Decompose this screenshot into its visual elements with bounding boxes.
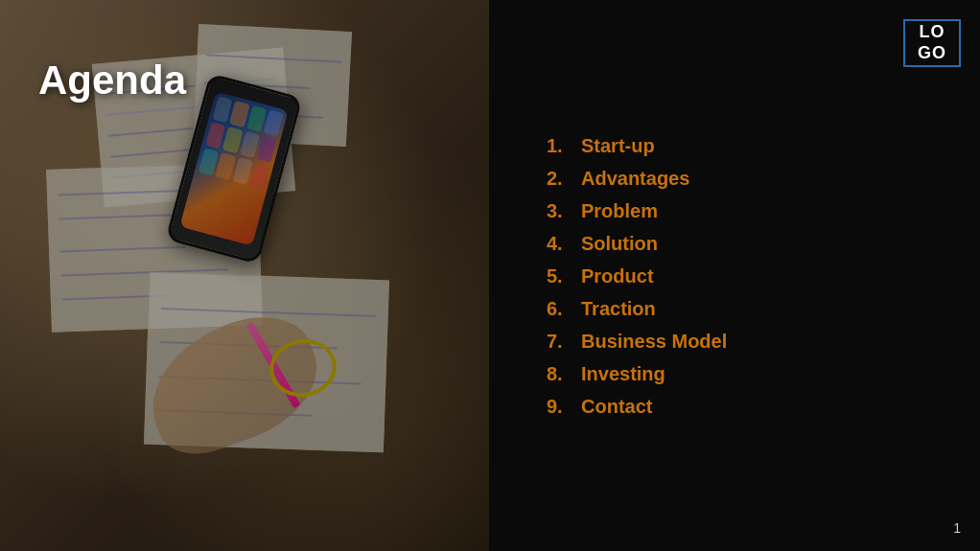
agenda-item: 8.Investing bbox=[547, 359, 922, 388]
agenda-item: 1.Start-up bbox=[547, 131, 922, 160]
agenda-item: 9.Contact bbox=[547, 392, 922, 421]
agenda-item-label: Contact bbox=[581, 392, 652, 421]
agenda-item-label: Investing bbox=[581, 359, 665, 388]
agenda-item-number: 4. bbox=[547, 229, 573, 258]
agenda-item: 2.Advantages bbox=[547, 164, 922, 193]
agenda-item: 3.Problem bbox=[547, 196, 922, 225]
agenda-item: 6.Traction bbox=[547, 294, 922, 323]
photo-background: Agenda bbox=[0, 0, 489, 551]
agenda-item-number: 3. bbox=[547, 196, 573, 225]
slide: Agenda LO GO 1.Start-up2.Advantages3.Pro… bbox=[0, 0, 980, 551]
agenda-item: 7.Business Model bbox=[547, 327, 922, 356]
agenda-item-number: 5. bbox=[547, 262, 573, 290]
logo: LO GO bbox=[903, 19, 961, 67]
agenda-item-number: 8. bbox=[547, 359, 573, 388]
page-number: 1 bbox=[953, 520, 961, 536]
left-panel: Agenda bbox=[0, 0, 489, 551]
agenda-item: 4.Solution bbox=[547, 229, 922, 258]
agenda-item-number: 2. bbox=[547, 164, 573, 193]
agenda-item-label: Product bbox=[581, 262, 654, 290]
agenda-item: 5.Product bbox=[547, 262, 922, 290]
agenda-item-number: 6. bbox=[547, 294, 573, 323]
agenda-list: 1.Start-up2.Advantages3.Problem4.Solutio… bbox=[547, 131, 922, 421]
agenda-item-number: 9. bbox=[547, 392, 573, 421]
agenda-item-label: Problem bbox=[581, 196, 658, 225]
agenda-item-number: 1. bbox=[547, 131, 573, 160]
agenda-item-label: Start-up bbox=[581, 131, 655, 160]
right-panel: LO GO 1.Start-up2.Advantages3.Problem4.S… bbox=[489, 0, 980, 551]
agenda-item-label: Traction bbox=[581, 294, 656, 323]
page-title: Agenda bbox=[38, 57, 186, 103]
agenda-item-label: Advantages bbox=[581, 164, 689, 193]
logo-text: LO GO bbox=[918, 22, 946, 63]
agenda-item-label: Solution bbox=[581, 229, 658, 258]
agenda-item-label: Business Model bbox=[581, 327, 727, 356]
agenda-item-number: 7. bbox=[547, 327, 573, 356]
